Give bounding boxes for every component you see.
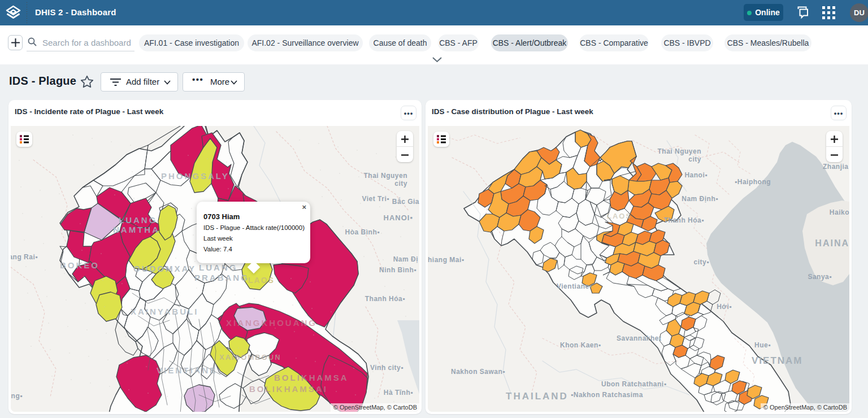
svg-text:ng▪: ng▪ bbox=[11, 392, 23, 400]
svg-text:BOLIKHAMSA: BOLIKHAMSA bbox=[274, 373, 349, 382]
svg-text:hiang Mai▪: hiang Mai▪ bbox=[428, 256, 465, 264]
svg-text:XAISOMBOUN: XAISOMBOUN bbox=[219, 353, 281, 362]
svg-text:iang Rai▪: iang Rai▪ bbox=[11, 253, 38, 261]
svg-text:Thanh Hóa▪: Thanh Hóa▪ bbox=[664, 216, 704, 224]
svg-text:Hới▪: Hới▪ bbox=[717, 303, 732, 311]
svg-text:city: city bbox=[394, 180, 407, 188]
svg-text:Hòa Bình▪: Hòa Bình▪ bbox=[345, 228, 380, 236]
svg-text:HANOI▪: HANOI▪ bbox=[384, 214, 414, 222]
svg-text:Hà Tĩnh▪: Hà Tĩnh▪ bbox=[384, 389, 413, 397]
svg-text:Hanoi▪: Hanoi▪ bbox=[684, 171, 708, 179]
svg-text:Nakhon Sawan▪: Nakhon Sawan▪ bbox=[451, 368, 505, 376]
svg-text:▪Haiphong: ▪Haiphong bbox=[735, 178, 771, 186]
svg-text:Haiko: Haiko bbox=[830, 208, 849, 216]
svg-text:Bắc Gia: Bắc Gia bbox=[392, 197, 419, 206]
svg-text:PHONGSALY: PHONGSALY bbox=[161, 171, 229, 181]
svg-text:Khon Kaen▪: Khon Kaen▪ bbox=[560, 341, 601, 349]
svg-text:Thanh Hóa▪: Thanh Hóa▪ bbox=[365, 295, 405, 303]
svg-text:VIENTIANE: VIENTIANE bbox=[157, 365, 217, 375]
svg-text:LAOS: LAOS bbox=[248, 276, 275, 285]
svg-text:Thai Nguyen: Thai Nguyen bbox=[363, 172, 407, 180]
svg-text:Thai Nguyen: Thai Nguyen bbox=[657, 147, 701, 155]
svg-text:LAOS: LAOS bbox=[607, 212, 632, 220]
svg-text:Vientiane▪: Vientiane▪ bbox=[557, 282, 592, 290]
svg-text:BOLIKHAMSAI: BOLIKHAMSAI bbox=[249, 384, 328, 394]
svg-text:LUANG: LUANG bbox=[199, 263, 237, 272]
svg-text:THAILAND: THAILAND bbox=[506, 391, 568, 402]
svg-text:Ubon Ratchathani▪: Ubon Ratchathani▪ bbox=[601, 380, 666, 388]
svg-text:XIANGKHOUANG: XIANGKHOUANG bbox=[226, 318, 317, 328]
svg-text:Hue▪: Hue▪ bbox=[754, 341, 771, 349]
svg-text:XAINYABULI: XAINYABULI bbox=[131, 307, 198, 316]
svg-text:Vinh city▪: Vinh city▪ bbox=[370, 364, 403, 372]
svg-text:Nam Định▪: Nam Định▪ bbox=[682, 195, 718, 203]
svg-text:Zhanjia: Zhanjia bbox=[823, 163, 849, 171]
svg-text:VIETNAM: VIETNAM bbox=[752, 355, 803, 366]
svg-text:NAMTHA: NAMTHA bbox=[113, 225, 160, 234]
svg-text:▪Nakhon Ratchasima: ▪Nakhon Ratchasima bbox=[571, 391, 643, 399]
svg-text:Savannakhet: Savannakhet bbox=[617, 334, 662, 342]
svg-text:city: city bbox=[688, 155, 701, 163]
svg-text:LUANG: LUANG bbox=[119, 215, 157, 225]
svg-text:OUDOMXAY: OUDOMXAY bbox=[133, 264, 196, 273]
svg-text:city▪: city▪ bbox=[694, 258, 709, 266]
svg-text:Viet Tri▪: Viet Tri▪ bbox=[362, 195, 389, 203]
svg-text:PRABANG: PRABANG bbox=[194, 273, 249, 282]
svg-text:Sanya▪: Sanya▪ bbox=[808, 273, 832, 281]
svg-text:BOKEO: BOKEO bbox=[60, 260, 99, 270]
svg-text:Ninh Bình▪: Ninh Bình▪ bbox=[379, 266, 416, 274]
svg-text:HAINA: HAINA bbox=[815, 238, 849, 248]
svg-text:Nam Đị: Nam Đị bbox=[393, 255, 418, 263]
